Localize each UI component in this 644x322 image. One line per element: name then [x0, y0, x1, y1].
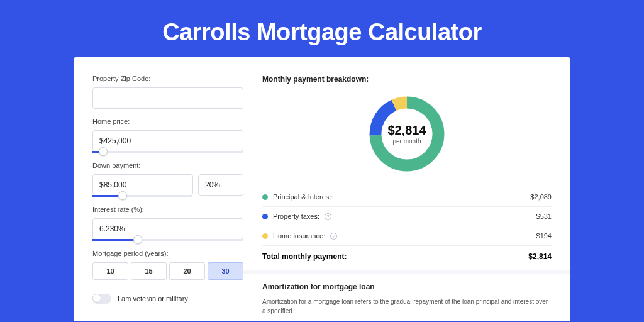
interest-rate-slider[interactable]	[92, 239, 243, 241]
home-price-input[interactable]	[92, 130, 243, 152]
period-20-button[interactable]: 20	[169, 262, 205, 280]
down-payment-label: Down payment:	[92, 162, 243, 169]
zip-input[interactable]	[92, 87, 243, 109]
veteran-label: I am veteran or military	[118, 295, 188, 303]
period-10-button[interactable]: 10	[92, 262, 128, 280]
mortgage-period-label: Mortgage period (years):	[92, 250, 243, 257]
legend-value: $194	[536, 232, 552, 240]
legend-value: $2,089	[530, 193, 552, 201]
legend-row-taxes: Property taxes: ? $531	[262, 206, 552, 226]
zip-label: Property Zip Code:	[92, 75, 243, 82]
down-payment-slider[interactable]	[92, 195, 192, 197]
amortization-text: Amortization for a mortgage loan refers …	[262, 297, 552, 316]
donut-sub: per month	[392, 138, 421, 145]
legend-label: Home insurance:	[273, 232, 325, 240]
amortization-section: Amortization for mortgage loan Amortizat…	[243, 270, 570, 316]
down-payment-input[interactable]	[92, 174, 193, 196]
home-price-label: Home price:	[92, 118, 243, 125]
legend-label: Principal & Interest:	[273, 193, 333, 201]
legend-row-principal: Principal & Interest: $2,089	[262, 187, 552, 206]
total-label: Total monthly payment:	[262, 252, 347, 261]
home-price-slider-thumb[interactable]	[99, 147, 108, 156]
info-icon[interactable]: ?	[325, 213, 331, 220]
interest-rate-label: Interest rate (%):	[92, 206, 243, 213]
interest-rate-slider-fill	[92, 239, 138, 241]
period-30-button[interactable]: 30	[208, 262, 243, 280]
total-value: $2,814	[528, 252, 552, 261]
interest-rate-input[interactable]	[92, 218, 243, 240]
legend-row-insurance: Home insurance: ? $194	[262, 226, 552, 245]
amortization-title: Amortization for mortgage loan	[262, 282, 552, 291]
home-price-slider[interactable]	[92, 151, 243, 153]
legend-value: $531	[536, 213, 552, 220]
dot-icon	[262, 233, 268, 239]
down-payment-percent-input[interactable]	[198, 174, 243, 196]
dot-icon	[262, 214, 268, 219]
veteran-toggle[interactable]	[92, 294, 111, 304]
mortgage-period-buttons: 10 15 20 30	[92, 262, 243, 280]
info-icon[interactable]: ?	[330, 233, 337, 240]
breakdown-column: Monthly payment breakdown: $2,814 per mo…	[262, 75, 552, 321]
dot-icon	[262, 194, 268, 200]
payment-donut-chart: $2,814 per month	[365, 92, 448, 175]
breakdown-title: Monthly payment breakdown:	[262, 75, 552, 84]
calculator-card: Property Zip Code: Home price: Down paym…	[74, 57, 570, 321]
veteran-toggle-knob	[92, 294, 101, 303]
down-payment-slider-thumb[interactable]	[118, 191, 127, 200]
total-row: Total monthly payment: $2,814	[262, 245, 552, 270]
page-title: Carrolls Mortgage Calculator	[0, 0, 644, 57]
donut-amount: $2,814	[387, 123, 426, 138]
period-15-button[interactable]: 15	[131, 262, 167, 280]
interest-rate-slider-thumb[interactable]	[133, 235, 142, 244]
legend-label: Property taxes:	[273, 213, 319, 220]
inputs-column: Property Zip Code: Home price: Down paym…	[92, 75, 243, 321]
